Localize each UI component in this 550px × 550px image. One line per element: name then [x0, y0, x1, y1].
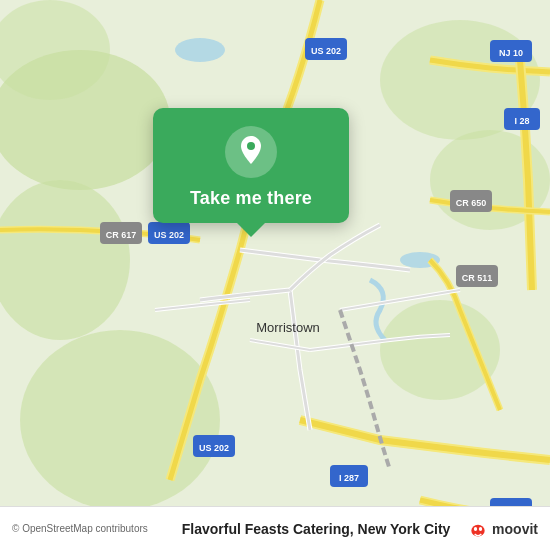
location-pin-icon	[237, 136, 265, 168]
svg-text:CR 511: CR 511	[462, 273, 493, 283]
svg-point-32	[471, 524, 484, 536]
svg-point-31	[247, 142, 255, 150]
svg-text:US 202: US 202	[154, 230, 184, 240]
svg-point-8	[175, 38, 225, 62]
location-pin-icon-circle	[225, 126, 277, 178]
svg-text:CR 650: CR 650	[456, 198, 487, 208]
svg-point-6	[380, 300, 500, 400]
svg-point-34	[479, 526, 482, 530]
bottom-bar: © OpenStreetMap contributors Flavorful F…	[0, 506, 550, 550]
location-name: Flavorful Feasts Catering, New York City	[164, 521, 468, 537]
copyright-text: © OpenStreetMap contributors	[12, 523, 164, 534]
svg-text:I 28: I 28	[514, 116, 529, 126]
svg-point-33	[474, 526, 477, 530]
moovit-logo: moovit	[468, 519, 538, 539]
svg-text:Morristown: Morristown	[256, 320, 320, 335]
map-container: US 202 US 202 US 202 NJ 10 I 287 NJ 124 …	[0, 0, 550, 550]
take-me-there-popup[interactable]: Take me there	[153, 108, 349, 223]
moovit-text: moovit	[492, 521, 538, 537]
svg-text:US 202: US 202	[199, 443, 229, 453]
svg-text:I 287: I 287	[339, 473, 359, 483]
svg-text:NJ 10: NJ 10	[499, 48, 523, 58]
moovit-icon	[468, 519, 488, 539]
svg-text:US 202: US 202	[311, 46, 341, 56]
svg-text:CR 617: CR 617	[106, 230, 137, 240]
take-me-there-label: Take me there	[190, 188, 312, 209]
map-svg: US 202 US 202 US 202 NJ 10 I 287 NJ 124 …	[0, 0, 550, 550]
